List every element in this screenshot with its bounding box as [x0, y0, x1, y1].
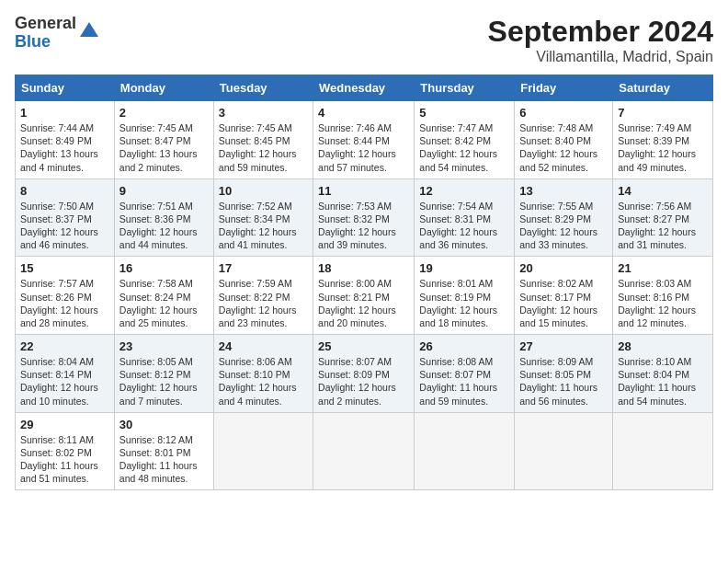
- day-number: 17: [219, 261, 308, 275]
- page-header: General Blue September 2024 Villamantill…: [15, 15, 713, 65]
- calendar-day-cell: 2Sunrise: 7:45 AMSunset: 8:47 PMDaylight…: [114, 101, 213, 179]
- page-title: September 2024: [488, 15, 713, 49]
- calendar-table: SundayMondayTuesdayWednesdayThursdayFrid…: [15, 75, 713, 490]
- calendar-day-cell: 4Sunrise: 7:46 AMSunset: 8:44 PMDaylight…: [313, 101, 415, 179]
- calendar-day-cell: 12Sunrise: 7:54 AMSunset: 8:31 PMDayligh…: [415, 178, 515, 257]
- calendar-day-cell: [415, 412, 515, 490]
- weekday-header: Monday: [114, 75, 213, 101]
- calendar-header-row: SundayMondayTuesdayWednesdayThursdayFrid…: [16, 75, 713, 101]
- calendar-day-cell: 27Sunrise: 8:09 AMSunset: 8:05 PMDayligh…: [515, 335, 613, 413]
- calendar-day-cell: [313, 412, 415, 490]
- day-number: 29: [20, 418, 109, 431]
- calendar-day-cell: 3Sunrise: 7:45 AMSunset: 8:45 PMDaylight…: [213, 101, 313, 179]
- day-number: 28: [618, 339, 708, 353]
- day-info: Sunrise: 7:48 AMSunset: 8:40 PMDaylight:…: [519, 121, 608, 174]
- day-info: Sunrise: 7:54 AMSunset: 8:31 PMDaylight:…: [419, 200, 509, 252]
- day-info: Sunrise: 8:11 AMSunset: 8:02 PMDaylight:…: [20, 433, 109, 486]
- day-number: 9: [119, 184, 209, 198]
- day-info: Sunrise: 8:02 AMSunset: 8:17 PMDaylight:…: [519, 277, 608, 329]
- calendar-day-cell: 15Sunrise: 7:57 AMSunset: 8:26 PMDayligh…: [16, 257, 115, 335]
- logo: General Blue: [15, 15, 100, 52]
- calendar-day-cell: [515, 412, 613, 490]
- calendar-day-cell: 17Sunrise: 7:59 AMSunset: 8:22 PMDayligh…: [213, 257, 313, 335]
- day-info: Sunrise: 7:53 AMSunset: 8:32 PMDaylight:…: [318, 200, 409, 252]
- day-info: Sunrise: 8:00 AMSunset: 8:21 PMDaylight:…: [318, 277, 409, 329]
- day-number: 11: [318, 184, 409, 198]
- weekday-header: Saturday: [613, 75, 713, 101]
- day-number: 30: [119, 418, 209, 431]
- day-number: 24: [219, 339, 308, 353]
- day-info: Sunrise: 8:12 AMSunset: 8:01 PMDaylight:…: [119, 433, 209, 486]
- calendar-day-cell: 19Sunrise: 8:01 AMSunset: 8:19 PMDayligh…: [415, 257, 515, 335]
- calendar-day-cell: [213, 412, 313, 490]
- calendar-day-cell: 29Sunrise: 8:11 AMSunset: 8:02 PMDayligh…: [16, 412, 115, 490]
- day-number: 8: [20, 184, 109, 198]
- logo-text: General Blue: [15, 15, 76, 52]
- day-number: 18: [318, 261, 409, 275]
- weekday-header: Tuesday: [213, 75, 313, 101]
- day-info: Sunrise: 7:46 AMSunset: 8:44 PMDaylight:…: [318, 121, 409, 174]
- day-number: 20: [519, 261, 608, 275]
- day-info: Sunrise: 7:58 AMSunset: 8:24 PMDaylight:…: [119, 277, 209, 329]
- day-info: Sunrise: 7:49 AMSunset: 8:39 PMDaylight:…: [618, 121, 708, 174]
- day-info: Sunrise: 8:10 AMSunset: 8:04 PMDaylight:…: [618, 355, 708, 408]
- day-info: Sunrise: 7:45 AMSunset: 8:45 PMDaylight:…: [219, 121, 308, 174]
- day-info: Sunrise: 8:08 AMSunset: 8:07 PMDaylight:…: [419, 355, 509, 408]
- calendar-day-cell: 28Sunrise: 8:10 AMSunset: 8:04 PMDayligh…: [613, 335, 713, 413]
- calendar-day-cell: 11Sunrise: 7:53 AMSunset: 8:32 PMDayligh…: [313, 178, 415, 257]
- calendar-day-cell: 16Sunrise: 7:58 AMSunset: 8:24 PMDayligh…: [114, 257, 213, 335]
- day-info: Sunrise: 8:05 AMSunset: 8:12 PMDaylight:…: [119, 355, 209, 408]
- day-info: Sunrise: 8:01 AMSunset: 8:19 PMDaylight:…: [419, 277, 509, 329]
- day-number: 12: [419, 184, 509, 198]
- day-number: 7: [618, 106, 708, 120]
- day-number: 5: [419, 106, 509, 120]
- calendar-week-row: 8Sunrise: 7:50 AMSunset: 8:37 PMDaylight…: [16, 178, 713, 257]
- calendar-day-cell: 26Sunrise: 8:08 AMSunset: 8:07 PMDayligh…: [415, 335, 515, 413]
- calendar-week-row: 1Sunrise: 7:44 AMSunset: 8:49 PMDaylight…: [16, 101, 713, 179]
- calendar-day-cell: 24Sunrise: 8:06 AMSunset: 8:10 PMDayligh…: [213, 335, 313, 413]
- calendar-day-cell: 22Sunrise: 8:04 AMSunset: 8:14 PMDayligh…: [16, 335, 115, 413]
- calendar-day-cell: 20Sunrise: 8:02 AMSunset: 8:17 PMDayligh…: [515, 257, 613, 335]
- day-number: 16: [119, 261, 209, 275]
- calendar-day-cell: 18Sunrise: 8:00 AMSunset: 8:21 PMDayligh…: [313, 257, 415, 335]
- calendar-day-cell: 5Sunrise: 7:47 AMSunset: 8:42 PMDaylight…: [415, 101, 515, 179]
- calendar-week-row: 29Sunrise: 8:11 AMSunset: 8:02 PMDayligh…: [16, 412, 713, 490]
- svg-marker-0: [80, 22, 98, 37]
- day-number: 6: [519, 106, 608, 120]
- day-number: 19: [419, 261, 509, 275]
- day-number: 23: [119, 339, 209, 353]
- calendar-day-cell: 1Sunrise: 7:44 AMSunset: 8:49 PMDaylight…: [16, 101, 115, 179]
- day-info: Sunrise: 8:03 AMSunset: 8:16 PMDaylight:…: [618, 277, 708, 329]
- calendar-day-cell: 23Sunrise: 8:05 AMSunset: 8:12 PMDayligh…: [114, 335, 213, 413]
- logo-blue: Blue: [15, 33, 76, 52]
- weekday-header: Friday: [515, 75, 613, 101]
- day-info: Sunrise: 7:50 AMSunset: 8:37 PMDaylight:…: [20, 200, 109, 252]
- day-info: Sunrise: 7:51 AMSunset: 8:36 PMDaylight:…: [119, 200, 209, 252]
- day-info: Sunrise: 8:04 AMSunset: 8:14 PMDaylight:…: [20, 355, 109, 408]
- weekday-header: Thursday: [415, 75, 515, 101]
- day-info: Sunrise: 8:07 AMSunset: 8:09 PMDaylight:…: [318, 355, 409, 408]
- day-number: 27: [519, 339, 608, 353]
- day-number: 4: [318, 106, 409, 120]
- day-info: Sunrise: 7:44 AMSunset: 8:49 PMDaylight:…: [20, 121, 109, 174]
- day-info: Sunrise: 7:59 AMSunset: 8:22 PMDaylight:…: [219, 277, 308, 329]
- day-number: 21: [618, 261, 708, 275]
- calendar-day-cell: 10Sunrise: 7:52 AMSunset: 8:34 PMDayligh…: [213, 178, 313, 257]
- calendar-day-cell: 14Sunrise: 7:56 AMSunset: 8:27 PMDayligh…: [613, 178, 713, 257]
- day-number: 25: [318, 339, 409, 353]
- logo-general: General: [15, 15, 76, 33]
- day-number: 2: [119, 106, 209, 120]
- day-number: 1: [20, 106, 109, 120]
- day-info: Sunrise: 7:55 AMSunset: 8:29 PMDaylight:…: [519, 200, 608, 252]
- day-number: 14: [618, 184, 708, 198]
- calendar-day-cell: 13Sunrise: 7:55 AMSunset: 8:29 PMDayligh…: [515, 178, 613, 257]
- calendar-week-row: 15Sunrise: 7:57 AMSunset: 8:26 PMDayligh…: [16, 257, 713, 335]
- day-info: Sunrise: 7:47 AMSunset: 8:42 PMDaylight:…: [419, 121, 509, 174]
- day-info: Sunrise: 7:57 AMSunset: 8:26 PMDaylight:…: [20, 277, 109, 329]
- day-number: 22: [20, 339, 109, 353]
- calendar-day-cell: 25Sunrise: 8:07 AMSunset: 8:09 PMDayligh…: [313, 335, 415, 413]
- calendar-day-cell: 9Sunrise: 7:51 AMSunset: 8:36 PMDaylight…: [114, 178, 213, 257]
- day-info: Sunrise: 7:52 AMSunset: 8:34 PMDaylight:…: [219, 200, 308, 252]
- calendar-day-cell: 30Sunrise: 8:12 AMSunset: 8:01 PMDayligh…: [114, 412, 213, 490]
- weekday-header: Sunday: [16, 75, 115, 101]
